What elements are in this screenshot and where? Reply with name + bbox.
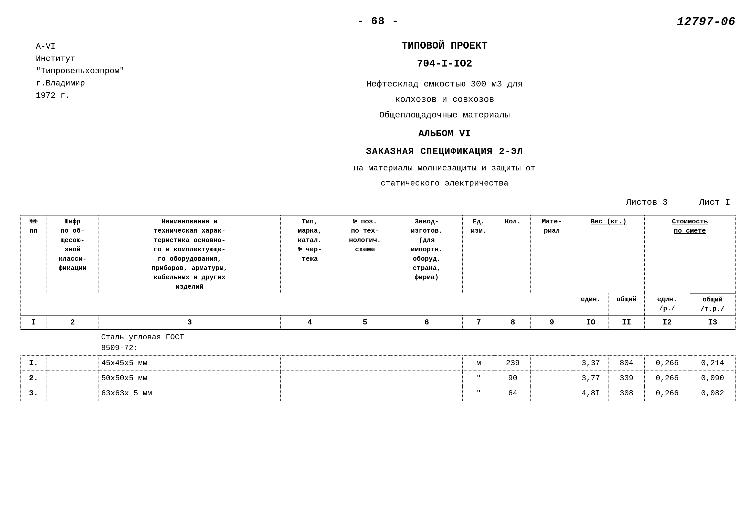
org-info: A-VI Институт "Типровельхозпром" г.Влади… <box>20 40 154 190</box>
steel-empty9 <box>573 330 609 356</box>
col-n-13: I3 <box>690 315 736 330</box>
row3-maker <box>391 386 462 401</box>
col-n-7: 7 <box>462 315 495 330</box>
steel-empty6 <box>462 330 495 356</box>
row2-type <box>281 371 339 386</box>
org-line1: A-VI <box>36 40 154 53</box>
col-n-3: 3 <box>98 315 281 330</box>
header-sub-row: един. общий един./р./ общий/т.р./ <box>21 293 736 315</box>
main-table: №№пп Шифрпо об-щесою-знойкласси-фикации … <box>20 215 736 401</box>
th-mat: Мате-риал <box>531 215 573 293</box>
row1-unit: м <box>462 356 495 371</box>
org-line4: г.Владимир <box>36 77 154 90</box>
org-line5: 1972 г. <box>36 90 154 102</box>
row2-pos <box>339 371 391 386</box>
row1-w-unit: 3,37 <box>573 356 609 371</box>
table-row: I. 45x45x5 мм м 239 3,37 804 0,266 0,214 <box>21 356 736 371</box>
spec-desc1: на материалы молниезащиты и защиты от <box>154 162 736 175</box>
row2-name: 50x50x5 мм <box>98 371 281 386</box>
steel-empty2 <box>47 330 98 356</box>
th-weight: Вес (кг.) <box>573 215 644 293</box>
col-n-9: 9 <box>531 315 573 330</box>
album-title: АЛЬБОМ VI <box>154 126 736 142</box>
th-qty: Кол. <box>495 215 531 293</box>
project-info: ТИПОВОЙ ПРОЕКТ 704-I-IO2 Нефтесклад емко… <box>154 38 736 190</box>
row2-cost-total: 0,090 <box>690 371 736 386</box>
col-n-11: II <box>608 315 644 330</box>
th-type: Тип,марка,катал.№ чер-тежа <box>281 215 339 293</box>
th-empty <box>21 293 573 315</box>
row3-name: 63x63x 5 мм <box>98 386 281 401</box>
th-code: Шифрпо об-щесою-знойкласси-фикации <box>47 215 98 293</box>
th-maker: Завод-изготов.(дляимпортн.оборуд.страна,… <box>391 215 462 293</box>
col-n-1: I <box>21 315 47 330</box>
row2-w-unit: 3,77 <box>573 371 609 386</box>
th-w-unit: един. <box>573 293 609 315</box>
sheets-label: Листов 3 <box>626 198 668 207</box>
row2-cost-unit: 0,266 <box>644 371 690 386</box>
table-row: 3. 63x63x 5 мм " 64 4,8I 308 0,266 0,082 <box>21 386 736 401</box>
col-n-12: I2 <box>644 315 690 330</box>
project-desc1: Нефтесклад емкостью 300 м3 для <box>154 77 736 91</box>
row3-cost-unit: 0,266 <box>644 386 690 401</box>
row1-qty: 239 <box>495 356 531 371</box>
header-row: №№пп Шифрпо об-щесою-знойкласси-фикации … <box>21 215 736 293</box>
steel-header-row: Сталь угловая ГОСТ 8509-72: <box>21 330 736 356</box>
row1-pos <box>339 356 391 371</box>
row1-cost-total: 0,214 <box>690 356 736 371</box>
project-desc2: колхозов и совхозов <box>154 93 736 106</box>
spec-title: ЗАКАЗНАЯ СПЕЦИФИКАЦИЯ 2-ЭЛ <box>154 144 736 159</box>
steel-empty10 <box>608 330 644 356</box>
steel-empty7 <box>495 330 531 356</box>
th-num: №№пп <box>21 215 47 293</box>
steel-empty11 <box>644 330 690 356</box>
row3-code <box>47 386 98 401</box>
row3-qty: 64 <box>495 386 531 401</box>
row3-w-total: 308 <box>608 386 644 401</box>
row2-w-total: 339 <box>608 371 644 386</box>
row1-cost-unit: 0,266 <box>644 356 690 371</box>
col-n-4: 4 <box>281 315 339 330</box>
row1-w-total: 804 <box>608 356 644 371</box>
row3-type <box>281 386 339 401</box>
row3-num: 3. <box>21 386 47 401</box>
row1-num: I. <box>21 356 47 371</box>
col-n-8: 8 <box>495 315 531 330</box>
row2-maker <box>391 371 462 386</box>
steel-empty5 <box>391 330 462 356</box>
project-title: ТИПОВОЙ ПРОЕКТ <box>154 38 736 54</box>
row3-pos <box>339 386 391 401</box>
th-w-total: общий <box>608 293 644 315</box>
row3-unit: " <box>462 386 495 401</box>
col-n-6: 6 <box>391 315 462 330</box>
row2-num: 2. <box>21 371 47 386</box>
th-cost-total: общий/т.р./ <box>690 293 736 315</box>
col-numbers-row: I 2 3 4 5 6 7 8 9 IO II I2 I3 <box>21 315 736 330</box>
col-n-2: 2 <box>47 315 98 330</box>
col-n-10: IO <box>573 315 609 330</box>
row3-mat <box>531 386 573 401</box>
steel-empty4 <box>339 330 391 356</box>
row1-code <box>47 356 98 371</box>
row1-maker <box>391 356 462 371</box>
th-unit: Ед.изм. <box>462 215 495 293</box>
table-row: 2. 50x50x5 мм " 90 3,77 339 0,266 0,090 <box>21 371 736 386</box>
steel-empty8 <box>531 330 573 356</box>
steel-empty12 <box>690 330 736 356</box>
header-section: A-VI Институт "Типровельхозпром" г.Влади… <box>20 38 736 190</box>
row3-w-unit: 4,8I <box>573 386 609 401</box>
th-name: Наименование итехническая харак-теристик… <box>98 215 281 293</box>
steel-empty3 <box>281 330 339 356</box>
steel-empty1 <box>21 330 47 356</box>
org-line3: "Типровельхозпром" <box>36 65 154 77</box>
sheet-info: Листов 3 Лист I <box>20 198 736 207</box>
row3-cost-total: 0,082 <box>690 386 736 401</box>
row2-qty: 90 <box>495 371 531 386</box>
th-pos: № поз.по тех-нологич.схеме <box>339 215 391 293</box>
org-line2: Институт <box>36 53 154 65</box>
steel-title: Сталь угловая ГОСТ 8509-72: <box>98 330 281 356</box>
page-number: - 68 - <box>20 15 736 28</box>
row1-type <box>281 356 339 371</box>
row2-mat <box>531 371 573 386</box>
col-n-5: 5 <box>339 315 391 330</box>
